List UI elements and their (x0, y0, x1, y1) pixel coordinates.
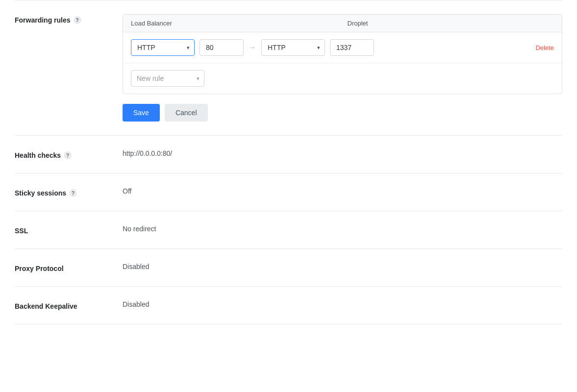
forwarding-rules-label: Forwarding rules ? (15, 14, 123, 24)
health-checks-text: Health checks (15, 151, 61, 159)
forwarding-box: Load Balancer Droplet HTTP HTTPS TCP ▾ (123, 14, 562, 94)
lb-protocol-select[interactable]: HTTP HTTPS TCP (131, 39, 195, 56)
proxy-protocol-text: Proxy Protocol (15, 265, 64, 272)
lb-protocol-wrapper: HTTP HTTPS TCP ▾ (131, 39, 195, 56)
new-rule-wrapper: HTTP HTTPS TCP ▾ New rule (131, 70, 204, 87)
sticky-sessions-text: Sticky sessions (15, 189, 66, 197)
health-checks-value: http://0.0.0.0:80/ (123, 147, 172, 157)
new-rule-select[interactable]: HTTP HTTPS TCP (131, 70, 204, 87)
sticky-sessions-content: Off (123, 187, 562, 195)
lb-header: Load Balancer (131, 20, 338, 27)
backend-keepalive-label: Backend Keepalive (15, 300, 123, 310)
lb-port-input[interactable] (200, 39, 244, 56)
forwarding-rules-help-icon[interactable]: ? (74, 16, 81, 24)
backend-keepalive-content: Disabled (123, 300, 562, 308)
btn-row: Save Cancel (123, 104, 562, 122)
proxy-protocol-content: Disabled (123, 263, 562, 270)
ssl-label: SSL (15, 225, 123, 235)
ssl-content: No redirect (123, 225, 562, 233)
forwarding-rules-section: Forwarding rules ? Load Balancer Droplet… (15, 0, 562, 136)
health-checks-label: Health checks ? (15, 149, 123, 159)
sticky-sessions-label: Sticky sessions ? (15, 187, 123, 197)
sticky-sessions-section: Sticky sessions ? Off (15, 173, 562, 211)
cancel-button[interactable]: Cancel (165, 104, 208, 122)
rule-arrow-icon: → (249, 43, 256, 52)
proxy-protocol-label: Proxy Protocol (15, 263, 123, 272)
sticky-sessions-help-icon[interactable]: ? (69, 189, 77, 197)
droplet-header: Droplet (338, 20, 554, 27)
health-checks-help-icon[interactable]: ? (64, 151, 72, 159)
proxy-protocol-value: Disabled (123, 261, 149, 270)
delete-rule-button[interactable]: Delete (535, 44, 554, 51)
save-button[interactable]: Save (123, 104, 160, 122)
forwarding-rules-content: Load Balancer Droplet HTTP HTTPS TCP ▾ (123, 14, 562, 122)
forwarding-rules-text: Forwarding rules (15, 16, 71, 24)
backend-keepalive-text: Backend Keepalive (15, 302, 77, 310)
droplet-port-input[interactable] (330, 39, 374, 56)
forwarding-header: Load Balancer Droplet (123, 15, 562, 32)
ssl-value: No redirect (123, 223, 156, 233)
health-checks-content: http://0.0.0.0:80/ (123, 149, 562, 157)
proxy-protocol-section: Proxy Protocol Disabled (15, 249, 562, 287)
backend-keepalive-section: Backend Keepalive Disabled (15, 287, 562, 324)
sticky-sessions-value: Off (123, 185, 131, 195)
droplet-protocol-wrapper: HTTP HTTPS TCP ▾ (261, 39, 325, 56)
rule-row: HTTP HTTPS TCP ▾ → HTTP HTTPS (123, 32, 562, 63)
new-rule-row: HTTP HTTPS TCP ▾ New rule (123, 63, 562, 94)
health-checks-section: Health checks ? http://0.0.0.0:80/ (15, 136, 562, 173)
ssl-text: SSL (15, 227, 28, 235)
backend-keepalive-value: Disabled (123, 298, 149, 308)
droplet-protocol-select[interactable]: HTTP HTTPS TCP (261, 39, 325, 56)
ssl-section: SSL No redirect (15, 211, 562, 249)
